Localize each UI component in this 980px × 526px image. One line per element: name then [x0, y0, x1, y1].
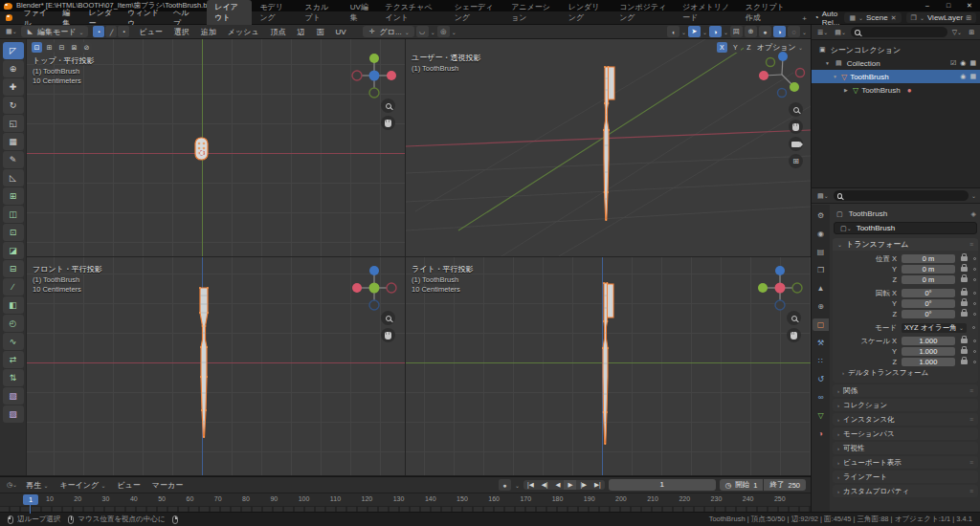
tool-bevel[interactable]: ◪ [3, 242, 24, 259]
transform-panel-header[interactable]: ⌄ トランスフォーム ≡ [833, 238, 978, 251]
animate-dot-icon[interactable] [973, 292, 976, 295]
pan-button[interactable] [381, 116, 395, 130]
tool-poly-build[interactable]: ◧ [3, 296, 24, 314]
viewport-divider-horizontal[interactable] [27, 256, 811, 257]
auto-keying-record-button[interactable]: ● [499, 479, 511, 491]
gizmo-y-minus[interactable] [792, 283, 802, 293]
navigation-gizmo[interactable] [351, 265, 397, 311]
section-visibility[interactable]: ›可視性 [833, 442, 978, 454]
scene-selector[interactable]: ▦⌄Scene✕ [844, 12, 901, 23]
gizmo-y-minus[interactable] [369, 88, 379, 98]
tool-rotate[interactable]: ↻ [3, 97, 24, 114]
play-reverse-button[interactable]: ◀ [551, 480, 564, 490]
keying-set-dropdown[interactable]: ⌄ [515, 482, 520, 489]
tab-view-layer[interactable]: ❒ [813, 264, 829, 276]
menu-uv[interactable]: UV [331, 28, 351, 36]
mirror-y-toggle[interactable]: Y [730, 42, 741, 53]
section-relations[interactable]: ›関係≡ [833, 384, 978, 397]
gizmo-x-plus[interactable] [796, 69, 805, 77]
delta-transform-section[interactable]: ›デルタトランスフォーム [833, 367, 978, 379]
menu-vertex[interactable]: 頂点 [266, 27, 291, 37]
toothbrush-mesh-right-view[interactable] [595, 281, 616, 448]
tool-rip-region[interactable]: ▨ [3, 405, 24, 423]
auto-overrides-toggle[interactable]: ◔Auto Rel... [814, 10, 840, 27]
tab-scene[interactable]: ▲ [813, 282, 829, 295]
prev-keyframe-button[interactable]: ◀| [538, 480, 552, 490]
outliner-row-object[interactable]: ▼ ▽ ToothBrush ◉ ▦ [812, 70, 980, 83]
gizmo-x-plus[interactable] [775, 283, 786, 294]
visibility-dropdown[interactable]: ◖ [667, 26, 679, 37]
menu-marker[interactable]: マーカー [147, 480, 188, 491]
lock-icon[interactable] [961, 291, 968, 296]
play-button[interactable]: ▶ [564, 480, 576, 490]
tool-knife[interactable]: ∕ [3, 278, 24, 296]
jump-to-start-button[interactable]: |◀ [523, 480, 538, 490]
pan-button[interactable] [381, 328, 395, 342]
lock-icon[interactable] [961, 312, 968, 317]
tab-modifiers[interactable]: ⚒ [813, 337, 829, 349]
toothbrush-mesh-front-view[interactable] [193, 286, 214, 447]
animate-dot-icon[interactable] [973, 278, 976, 281]
add-workspace-button[interactable]: + [794, 12, 814, 25]
blender-menu-icon[interactable] [6, 14, 12, 21]
next-keyframe-button[interactable]: |▶ [576, 480, 590, 490]
properties-search-input[interactable] [845, 192, 965, 199]
tool-add-cube[interactable]: ⊞ [3, 187, 24, 205]
tab-object-data[interactable]: ▽ [813, 409, 829, 422]
tool-scale[interactable]: ◱ [3, 115, 24, 132]
gizmo-x-plus[interactable] [387, 283, 396, 293]
zoom-button[interactable] [789, 102, 803, 117]
toothbrush-mesh-perspective[interactable] [596, 65, 617, 223]
menu-face[interactable]: 面 [312, 27, 329, 37]
tab-texture-paint[interactable]: テクスチャペイント [377, 0, 446, 25]
mode-dropdown[interactable]: ◣編集モード⌄ [21, 26, 89, 37]
tool-annotate[interactable]: ✎ [3, 151, 24, 168]
gizmo-z-plus[interactable] [778, 52, 788, 61]
panel-grip-icon[interactable]: ≡ [969, 488, 973, 494]
navigation-gizmo[interactable] [351, 53, 397, 99]
lock-icon[interactable] [961, 349, 968, 354]
panel-grip-icon[interactable]: ≡ [969, 459, 973, 466]
mirror-x-toggle[interactable]: X [717, 42, 727, 53]
tab-particles[interactable]: ∷ [813, 355, 829, 367]
select-mode-extend[interactable]: ⊞ [44, 42, 55, 53]
overlays-dropdown[interactable]: ⌄ [724, 29, 728, 35]
tab-compositing[interactable]: コンポジティング [612, 0, 675, 25]
gizmo-x-minus[interactable] [759, 71, 768, 80]
outliner-row-scene-collection[interactable]: ▣ シーンコレクション [812, 43, 980, 56]
gizmo-y-plus[interactable] [758, 283, 768, 293]
scale-z-field[interactable]: 1.000 [902, 358, 955, 366]
vertex-select-button[interactable]: • [93, 26, 104, 37]
tab-object[interactable]: ▢ [813, 318, 829, 331]
navigation-gizmo[interactable] [757, 265, 803, 311]
camera-view-button[interactable] [789, 137, 803, 151]
tab-rendering[interactable]: レンダリング [561, 0, 612, 25]
location-y-field[interactable]: 0 m [902, 265, 955, 274]
zoom-button[interactable] [381, 311, 395, 325]
select-mode-invert[interactable]: ⊠ [69, 42, 79, 53]
toggle-perspective-button[interactable]: ⊞ [789, 154, 803, 168]
transform-orientation-dropdown[interactable]: ✛グロ...⌄ [363, 26, 414, 37]
outliner-row-mesh-data[interactable]: ▶ ▽ ToothBrush ● [812, 83, 980, 97]
animate-dot-icon[interactable] [972, 326, 975, 329]
pin-icon[interactable]: ◈ [971, 210, 976, 218]
zoom-button[interactable] [787, 311, 801, 325]
xray-toggle[interactable]: 回 [730, 26, 743, 37]
location-x-field[interactable]: 0 m [902, 254, 955, 263]
outliner-row-collection[interactable]: ▼ ▤ Collection ☑ ◉ ▦ [812, 56, 980, 70]
select-mode-subtract[interactable]: ⊟ [56, 42, 67, 53]
rotation-z-field[interactable]: 0° [902, 310, 955, 318]
current-frame-field[interactable]: 1 [609, 479, 716, 491]
expand-icon[interactable]: ▼ [833, 74, 838, 79]
checkbox-icon[interactable]: ☑ [950, 59, 956, 67]
expand-icon[interactable]: ▶ [844, 87, 850, 93]
proportional-edit-toggle[interactable]: ◎ [437, 26, 450, 37]
tab-physics[interactable]: ↺ [813, 373, 829, 385]
gizmo-x-minus[interactable] [352, 71, 362, 80]
edge-select-button[interactable]: ╱ [105, 26, 117, 37]
object-name-field[interactable]: ▢⌄ ToothBrush [834, 222, 977, 234]
scale-x-field[interactable]: 1.000 [902, 337, 955, 345]
section-viewport-display[interactable]: ›ビューポート表示≡ [833, 456, 978, 469]
gizmo-y-minus[interactable] [767, 58, 775, 67]
rotation-x-field[interactable]: 0° [902, 289, 955, 297]
